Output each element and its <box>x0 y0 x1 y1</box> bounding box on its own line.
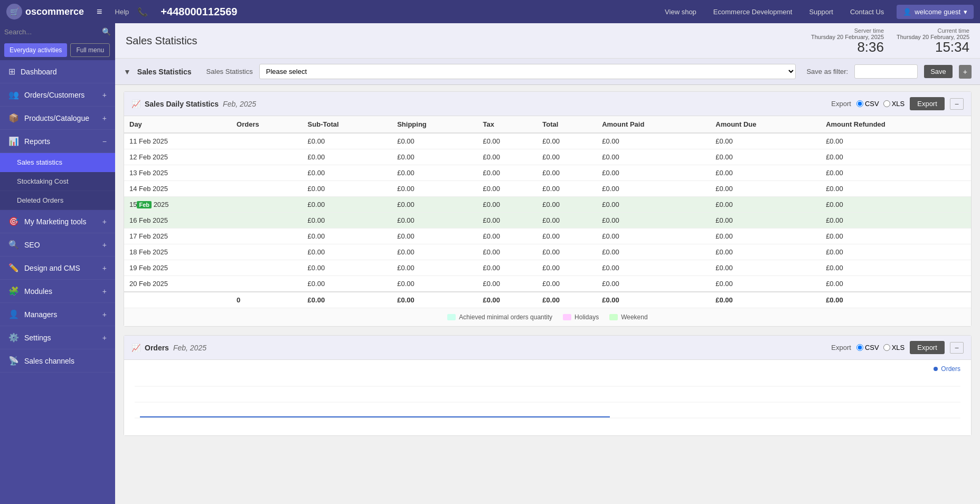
filter-icon: ▼ <box>124 68 131 76</box>
everyday-activities-button[interactable]: Everyday activities <box>4 43 67 57</box>
phone-number: +448000112569 <box>161 6 237 18</box>
table-footer: 0 £0.00 £0.00 £0.00 £0.00 £0.00 £0.00 £0… <box>124 292 971 308</box>
legend-color-weekend <box>609 314 618 320</box>
sidebar-search-bar: 🔍 <box>0 23 115 40</box>
row-day: 18 Feb 2025 <box>124 244 231 260</box>
totals-subtotal: £0.00 <box>303 292 392 308</box>
xls-radio-label[interactable]: XLS <box>883 100 905 108</box>
orders-xls-radio-label[interactable]: XLS <box>883 344 905 351</box>
content-area: Sales Statistics Server time Thursday 20… <box>115 23 980 504</box>
row-subtotal: £0.00 <box>303 197 392 213</box>
sidebar-item-label: Products/Catalogue <box>24 114 89 122</box>
row-orders <box>231 165 303 181</box>
row-subtotal: £0.00 <box>303 229 392 244</box>
col-total: Total <box>537 116 597 133</box>
row-shipping: £0.00 <box>392 213 477 229</box>
sub-item-label: Deleted Orders <box>17 196 63 204</box>
row-refunded: £0.00 <box>821 165 971 181</box>
contact-us-link[interactable]: Contact Us <box>846 6 888 18</box>
stats-filter-select[interactable]: Please select <box>259 64 796 79</box>
table-row: 19 Feb 2025£0.00£0.00£0.00£0.00£0.00£0.0… <box>124 260 971 276</box>
row-paid: £0.00 <box>597 260 710 276</box>
row-tax: £0.00 <box>478 133 538 149</box>
row-total: £0.00 <box>537 244 597 260</box>
sidebar-item-my-marketing-tools[interactable]: 🎯 My Marketing tools + <box>0 210 115 233</box>
row-total: £0.00 <box>537 213 597 229</box>
sidebar-item-dashboard[interactable]: ⊞ Dashboard <box>0 60 115 83</box>
expand-icon: + <box>102 264 107 272</box>
sidebar-item-orders-customers[interactable]: 👥 Orders/Customers + <box>0 83 115 107</box>
sidebar-item-settings[interactable]: ⚙️ Settings + <box>0 326 115 349</box>
row-tax: £0.00 <box>478 197 538 213</box>
row-due: £0.00 <box>710 244 821 260</box>
current-time-block: Current time Thursday 20 February, 2025 … <box>897 27 969 54</box>
row-shipping: £0.00 <box>392 276 477 292</box>
sidebar-item-sales-channels[interactable]: 📡 Sales channels <box>0 349 115 373</box>
ecommerce-dev-link[interactable]: Ecommerce Development <box>709 6 797 18</box>
orders-collapse-button[interactable]: − <box>950 342 964 354</box>
expand-icon: + <box>102 287 107 296</box>
view-shop-link[interactable]: View shop <box>661 6 701 18</box>
search-input[interactable] <box>4 28 102 36</box>
csv-radio-label[interactable]: CSV <box>856 100 879 108</box>
row-due: £0.00 <box>710 133 821 149</box>
row-tax: £0.00 <box>478 276 538 292</box>
sidebar-item-managers[interactable]: 👤 Managers + <box>0 303 115 326</box>
user-menu-button[interactable]: 👤 welcome guest ▾ <box>897 5 974 19</box>
sidebar-item-products-catalogue[interactable]: 📦 Products/Catalogue + <box>0 107 115 130</box>
daily-stats-table: Day Orders Sub-Total Shipping Tax Total … <box>124 116 971 308</box>
menu-toggle-icon[interactable]: ≡ <box>97 6 102 17</box>
add-filter-button[interactable]: + <box>959 65 972 79</box>
export-button[interactable]: Export <box>910 97 945 110</box>
collapse-section-button[interactable]: − <box>950 98 964 110</box>
orders-export-button[interactable]: Export <box>910 341 945 354</box>
row-refunded: £0.00 <box>821 260 971 276</box>
xls-radio[interactable] <box>883 100 890 107</box>
col-orders: Orders <box>231 116 303 133</box>
row-orders <box>231 149 303 165</box>
orders-icon: 👥 <box>8 90 19 100</box>
sidebar-item-label: Sales channels <box>24 357 74 365</box>
table-body: 11 Feb 2025£0.00£0.00£0.00£0.00£0.00£0.0… <box>124 133 971 292</box>
collapse-icon: − <box>102 137 107 146</box>
row-refunded: £0.00 <box>821 133 971 149</box>
sidebar-item-design-cms[interactable]: ✏️ Design and CMS + <box>0 256 115 280</box>
orders-controls: Export CSV XLS Export − <box>831 341 964 354</box>
totals-day <box>124 292 231 308</box>
orders-csv-radio[interactable] <box>856 344 863 351</box>
sidebar-item-label: Orders/Customers <box>24 91 84 99</box>
row-due: £0.00 <box>710 149 821 165</box>
row-subtotal: £0.00 <box>303 213 392 229</box>
support-link[interactable]: Support <box>805 6 837 18</box>
sidebar-item-seo[interactable]: 🔍 SEO + <box>0 233 115 256</box>
save-filter-input[interactable] <box>854 64 918 79</box>
row-total: £0.00 <box>537 229 597 244</box>
help-link[interactable]: Help <box>115 8 129 16</box>
row-due: £0.00 <box>710 181 821 197</box>
full-menu-button[interactable]: Full menu <box>70 43 110 57</box>
legend-label-holidays: Holidays <box>574 313 599 321</box>
sidebar-item-reports[interactable]: 📊 Reports − <box>0 130 115 153</box>
row-tax: £0.00 <box>478 244 538 260</box>
save-filter-button[interactable]: Save <box>924 65 953 78</box>
sidebar-item-deleted-orders[interactable]: Deleted Orders <box>0 191 115 210</box>
sidebar-item-sales-statistics[interactable]: Sales statistics <box>0 153 115 172</box>
row-orders <box>231 244 303 260</box>
csv-radio[interactable] <box>856 100 863 107</box>
orders-xls-radio[interactable] <box>883 344 890 351</box>
logo[interactable]: 🛒 oscommerce <box>6 4 84 20</box>
sidebar-item-stocktaking-cost[interactable]: Stocktaking Cost <box>0 172 115 191</box>
orders-title-text: Orders <box>145 344 169 352</box>
row-total: £0.00 <box>537 181 597 197</box>
legend-weekend: Weekend <box>609 313 647 321</box>
table-legend: Achieved minimal orders quantity Holiday… <box>124 308 971 326</box>
row-paid: £0.00 <box>597 149 710 165</box>
sidebar-item-label: Settings <box>24 334 51 342</box>
sidebar-item-label: Design and CMS <box>24 264 80 272</box>
orders-csv-radio-label[interactable]: CSV <box>856 344 879 351</box>
row-shipping: £0.00 <box>392 197 477 213</box>
sidebar-item-modules[interactable]: 🧩 Modules + <box>0 280 115 303</box>
row-tax: £0.00 <box>478 181 538 197</box>
table-row: 17 Feb 2025£0.00£0.00£0.00£0.00£0.00£0.0… <box>124 229 971 244</box>
export-label: Export <box>831 100 851 108</box>
